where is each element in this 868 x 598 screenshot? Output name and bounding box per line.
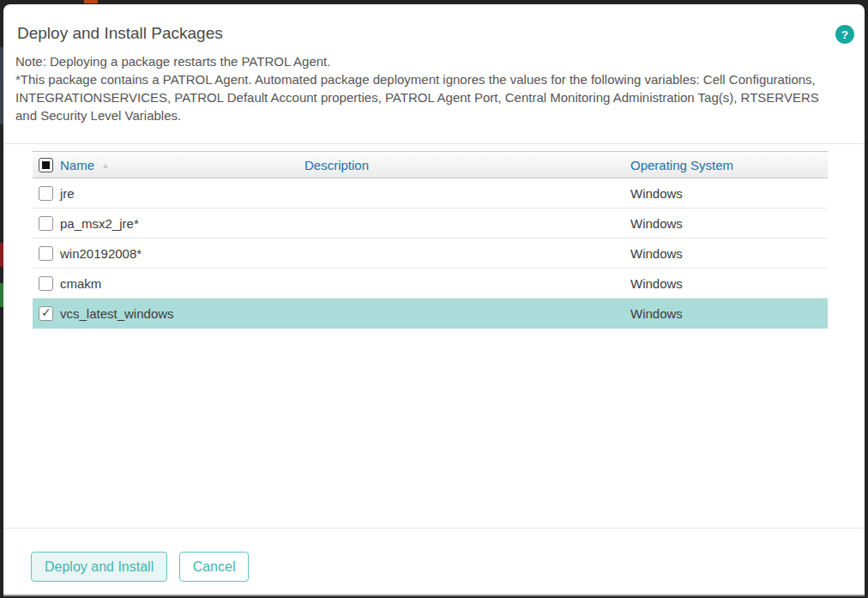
table-header: Name ▲ Description Operating System xyxy=(33,151,828,178)
row-checkbox[interactable] xyxy=(39,246,53,261)
package-name: jre xyxy=(60,186,75,201)
table-row[interactable]: jre Windows xyxy=(33,178,828,208)
row-checkbox[interactable] xyxy=(39,276,53,291)
backdrop-page-edge xyxy=(84,0,98,3)
package-name: cmakm xyxy=(60,276,101,291)
deploy-and-install-dialog: Deploy and Install Packages ? Note: Depl… xyxy=(3,4,865,596)
select-all-checkbox[interactable] xyxy=(39,158,53,172)
column-header-description[interactable]: Description xyxy=(300,158,622,172)
packages-table-area: Name ▲ Description Operating System jre … xyxy=(3,144,865,528)
packages-table: Name ▲ Description Operating System jre … xyxy=(33,151,828,329)
package-os: Windows xyxy=(622,216,828,231)
row-checkbox[interactable] xyxy=(39,216,53,231)
dialog-footer: Deploy and Install Cancel xyxy=(3,529,865,582)
deploy-and-install-button[interactable]: Deploy and Install xyxy=(31,552,167,582)
package-os: Windows xyxy=(622,246,828,261)
page-title: Deploy and Install Packages xyxy=(17,24,830,43)
table-row[interactable]: vcs_latest_windows Windows xyxy=(33,299,828,329)
cancel-button[interactable]: Cancel xyxy=(179,552,250,582)
package-os: Windows xyxy=(622,306,828,321)
help-icon[interactable]: ? xyxy=(835,25,854,44)
row-checkbox[interactable] xyxy=(39,186,53,201)
package-name: win20192008* xyxy=(60,246,142,261)
column-header-name[interactable]: Name xyxy=(60,158,94,172)
note-text: Note: Deploying a package restarts the P… xyxy=(15,52,829,124)
table-row[interactable]: pa_msx2_jre* Windows xyxy=(33,208,828,239)
table-row[interactable]: cmakm Windows xyxy=(33,269,828,299)
package-name: pa_msx2_jre* xyxy=(60,216,139,231)
row-checkbox[interactable] xyxy=(39,306,53,321)
table-row[interactable]: win20192008* Windows xyxy=(33,239,828,269)
note-line-2: *This package contains a PATROL Agent. A… xyxy=(15,70,829,124)
package-name: vcs_latest_windows xyxy=(60,306,174,321)
package-os: Windows xyxy=(622,186,828,201)
column-header-operating-system[interactable]: Operating System xyxy=(622,158,828,172)
package-os: Windows xyxy=(622,276,828,291)
note-line-1: Note: Deploying a package restarts the P… xyxy=(15,52,829,70)
sort-asc-icon: ▲ xyxy=(101,160,110,170)
